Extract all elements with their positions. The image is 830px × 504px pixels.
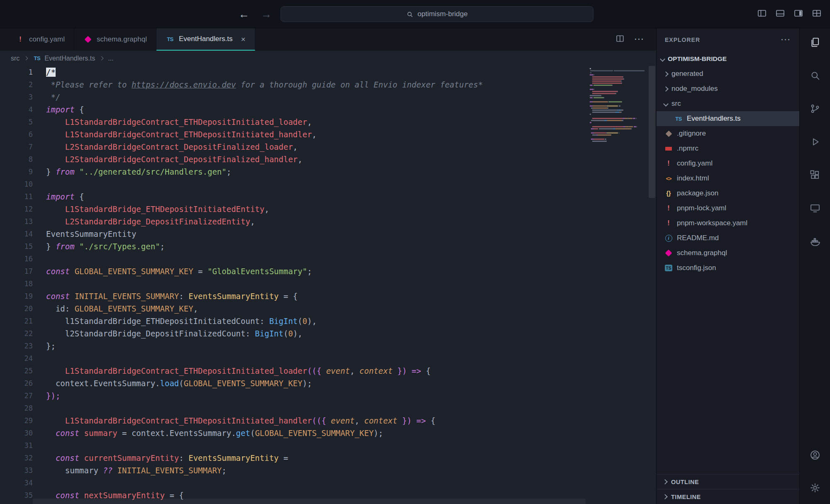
code-line[interactable]: 20 id: GLOBAL_EVENTS_SUMMARY_KEY, (0, 302, 656, 315)
line-number: 3 (0, 91, 33, 103)
extensions-icon[interactable] (805, 165, 825, 185)
breadcrumb-item[interactable]: ... (108, 55, 113, 62)
code-line[interactable]: 22 l2StandardBridge_DepositFinalizedCoun… (0, 327, 656, 340)
file-config.yaml[interactable]: !config.yaml (657, 156, 799, 171)
code-line[interactable]: 21 l1StandardBridge_ETHDepositInitiatedC… (0, 315, 656, 327)
tree-item-label: node_modules (671, 85, 718, 93)
sidebar-more-actions-icon[interactable]: ··· (781, 36, 791, 44)
code-line[interactable]: 14EventsSummaryEntity (0, 228, 656, 240)
back-arrow-icon[interactable]: ← (239, 8, 249, 21)
code-line[interactable]: 12 L1StandardBridge_ETHDepositInitiatedE… (0, 203, 656, 215)
breadcrumb-item[interactable]: TSEventHandlers.ts (32, 55, 95, 62)
file-EventHandlers.ts[interactable]: TSEventHandlers.ts (657, 111, 799, 126)
docker-icon[interactable] (805, 231, 825, 251)
code-line[interactable]: 17const GLOBAL_EVENTS_SUMMARY_KEY = "Glo… (0, 265, 656, 278)
minimap[interactable] (590, 68, 644, 142)
code-line[interactable]: 8 L2StandardBridgeContract_DepositFinali… (0, 153, 656, 166)
code-line[interactable]: 19const INITIAL_EVENTS_SUMMARY: EventsSu… (0, 290, 656, 302)
code-line[interactable]: 26 context.EventsSummary.load(GLOBAL_EVE… (0, 377, 656, 390)
code-line[interactable]: 7 L2StandardBridgeContract_DepositFinali… (0, 141, 656, 153)
line-number: 19 (0, 290, 33, 302)
tab-schema.graphql[interactable]: schema.graphql (74, 28, 156, 51)
file-pnpm-workspace.yaml[interactable]: !pnpm-workspace.yaml (657, 216, 799, 231)
code-line[interactable]: 3 */ (0, 91, 656, 103)
folder-generated[interactable]: generated (657, 66, 799, 81)
folder-src[interactable]: src (657, 96, 799, 111)
code-line[interactable]: 33 summary ?? INITIAL_EVENTS_SUMMARY; (0, 464, 656, 477)
code-line[interactable]: 4import { (0, 103, 656, 116)
timeline-section[interactable]: TIMELINE (657, 489, 799, 504)
activity-bar (799, 28, 830, 504)
code-line[interactable]: 32 const currentSummaryEntity: EventsSum… (0, 452, 656, 464)
code-line[interactable]: 13 L2StandardBridge_DepositFinalizedEnti… (0, 215, 656, 228)
toggle-sidebar-right-icon[interactable] (793, 8, 803, 20)
forward-arrow-icon[interactable]: → (261, 8, 272, 21)
vertical-scrollbar[interactable] (649, 66, 655, 198)
line-number: 11 (0, 190, 33, 203)
file-schema.graphql[interactable]: schema.graphql (657, 246, 799, 261)
workspace-root[interactable]: OPTIMISM-BRIDGE (657, 51, 799, 66)
breadcrumb-item[interactable]: src (11, 55, 20, 62)
command-center-search[interactable]: optimism-bridge (281, 6, 593, 22)
account-icon[interactable] (805, 445, 825, 465)
run-debug-icon[interactable] (805, 132, 825, 152)
line-number: 10 (0, 178, 33, 190)
customize-layout-icon[interactable] (812, 8, 822, 20)
tab-EventHandlers.ts[interactable]: TSEventHandlers.ts× (156, 28, 255, 51)
line-number: 13 (0, 215, 33, 228)
code-line[interactable]: 5 L1StandardBridgeContract_ETHDepositIni… (0, 116, 656, 128)
code-line[interactable]: 2 *Please refer to https://docs.envio.de… (0, 78, 656, 91)
source-control-icon[interactable] (805, 99, 825, 119)
code-line[interactable]: 15} from "./src/Types.gen"; (0, 240, 656, 253)
code-line[interactable]: 11import { (0, 190, 656, 203)
html-icon: <> (664, 175, 673, 182)
explorer-icon[interactable] (805, 32, 825, 52)
code-line[interactable]: 30 const summary = context.EventsSummary… (0, 427, 656, 439)
code-line[interactable]: 9} from "../generated/src/Handlers.gen"; (0, 166, 656, 178)
code-line[interactable]: 16 (0, 253, 656, 265)
line-number: 22 (0, 327, 33, 340)
outline-section[interactable]: OUTLINE (657, 474, 799, 489)
code-line[interactable]: 29 L1StandardBridgeContract_ETHDepositIn… (0, 414, 656, 427)
tree-item-label: README.md (677, 234, 719, 242)
code-line[interactable]: 6 L1StandardBridgeContract_ETHDepositIni… (0, 128, 656, 141)
horizontal-scrollbar[interactable] (33, 499, 586, 504)
tree-item-label: config.yaml (677, 159, 713, 168)
remote-icon[interactable] (805, 198, 825, 218)
line-number: 5 (0, 116, 33, 128)
toggle-sidebar-left-icon[interactable] (757, 8, 767, 20)
file-pnpm-lock.yaml[interactable]: !pnpm-lock.yaml (657, 201, 799, 216)
split-editor-icon[interactable] (615, 34, 625, 45)
sidebar-sections: OUTLINE TIMELINE (657, 474, 799, 504)
more-actions-icon[interactable]: ··· (635, 35, 644, 44)
code-line[interactable]: 31 (0, 439, 656, 452)
line-number: 16 (0, 253, 33, 265)
folder-node_modules[interactable]: node_modules (657, 81, 799, 96)
file-tsconfig.json[interactable]: TStsconfig.json (657, 261, 799, 275)
search-icon (406, 11, 413, 18)
code-line[interactable]: 27}); (0, 390, 656, 402)
toggle-panel-bottom-icon[interactable] (775, 8, 785, 20)
file-package.json[interactable]: {}package.json (657, 186, 799, 201)
file-index.html[interactable]: <>index.html (657, 171, 799, 186)
tree-item-label: package.json (677, 189, 718, 197)
code-line[interactable]: 1/* (0, 66, 656, 78)
editor[interactable]: 1/*2 *Please refer to https://docs.envio… (0, 66, 656, 504)
close-tab-icon[interactable]: × (241, 35, 245, 43)
code-line[interactable]: 23}; (0, 340, 656, 352)
settings-icon[interactable] (805, 478, 825, 498)
line-number: 15 (0, 240, 33, 253)
code-line[interactable]: 18 (0, 278, 656, 290)
file-README.md[interactable]: iREADME.md (657, 231, 799, 246)
code-line[interactable]: 25 L1StandardBridgeContract_ETHDepositIn… (0, 365, 656, 377)
file-.npmrc[interactable]: .npmrc (657, 141, 799, 156)
code-line[interactable]: 10 (0, 178, 656, 190)
line-number: 14 (0, 228, 33, 240)
code-line[interactable]: 28 (0, 402, 656, 414)
search-icon[interactable] (805, 66, 825, 85)
code-line[interactable]: 24 (0, 352, 656, 365)
tab-config.yaml[interactable]: !config.yaml (7, 28, 74, 51)
line-number: 33 (0, 464, 33, 477)
file-.gitignore[interactable]: .gitignore (657, 126, 799, 141)
code-line[interactable]: 34 (0, 477, 656, 489)
